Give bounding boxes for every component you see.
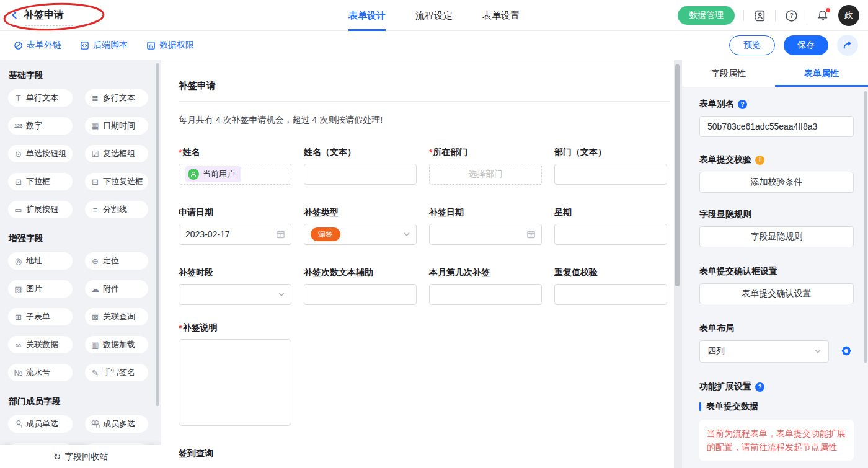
toolbar-link-1[interactable]: 后端脚本 [80,40,128,51]
panel-tab-0[interactable]: 字段属性 [682,60,775,87]
submit-confirm-button[interactable]: 表单提交确认设置 [699,283,854,304]
share-button[interactable] [837,35,858,56]
form-field-6[interactable]: 补签日期7 [429,207,542,245]
bell-icon[interactable] [816,9,830,22]
field-label: * 补签说明 [179,322,674,333]
save-button[interactable]: 保存 [784,35,828,55]
palette-item[interactable]: ▥数据加载 [85,336,148,353]
form-layout-select[interactable]: 四列 [699,340,829,363]
submit-data-warning: 当前为流程表单，表单提交功能扩展的配置，请前往流程发起节点属性 [699,420,854,461]
canvas-scrollbar[interactable] [675,64,680,286]
palette-item[interactable]: 123数字 [8,117,73,135]
palette-item[interactable]: ⊙单选按钮组 [8,145,73,162]
palette-item[interactable]: ▭扩展按钮 [8,201,73,218]
page-title: 补签申请 [24,9,64,22]
header-tab-1[interactable]: 流程设定 [415,0,453,31]
field-control[interactable]: 7 [429,224,542,245]
field-control[interactable] [429,284,542,305]
palette-item[interactable]: ≣多行文本 [85,89,148,107]
field-control[interactable] [554,164,667,185]
signature-icon: ✎ [91,369,100,377]
field-control[interactable] [554,224,667,245]
palette-item[interactable]: 成员单选 [8,415,73,433]
location-icon: ⊕ [91,257,100,265]
toolbar-link-2[interactable]: 数据权限 [146,40,194,51]
palette-item[interactable]: ▨图片 [8,280,73,298]
chevron-down-icon [278,291,285,298]
palette-item[interactable]: ⊠关联查询 [85,308,148,325]
avatar[interactable]: 政 [838,5,859,26]
visibility-rules-button[interactable]: 字段显隐规则 [699,226,854,247]
field-palette: 基础字段T单行文本≣多行文本123数字▦日期时间⊙单选按钮组☑复选框组⊡下拉框⊟… [0,60,161,461]
required-mark: * [179,148,182,157]
palette-item[interactable]: ✎手写签名 [85,364,148,381]
panel-tab-1[interactable]: 表单属性 [775,60,868,87]
form-field-2[interactable]: *所在部门选择部门 [429,147,542,185]
palette-item[interactable]: ◎地址 [8,252,73,270]
form-field-7[interactable]: 星期 [554,207,667,245]
layout-settings-button[interactable] [839,344,854,359]
form-field-11[interactable]: 重复值校验 [554,267,667,305]
help-icon[interactable]: ? [738,100,747,109]
help-icon[interactable]: ? [784,9,798,22]
query-section-title[interactable]: 签到查询 [179,448,674,459]
form-alias-input[interactable]: 50b783ce61adc55eaa4ff8a3 [699,116,854,137]
palette-section-title: 部门成员字段 [9,396,161,407]
palette-item[interactable]: ☑复选框组 [85,145,148,162]
palette-item[interactable]: ∞关联数据 [8,336,73,353]
field-control[interactable] [304,284,417,305]
palette-item[interactable]: 成员多选 [85,415,148,433]
form-field-1[interactable]: 姓名（文本） [304,147,417,185]
palette-item[interactable]: ▦日期时间 [85,117,148,135]
form-title[interactable]: 补签申请 [179,80,674,92]
palette-section-title: 基础字段 [9,70,161,81]
palette-item[interactable]: ⊞子表单 [8,308,73,325]
form-field-8[interactable]: 补签时段 [179,267,291,305]
preview-button[interactable]: 预览 [729,35,775,55]
required-mark: * [179,323,182,333]
extension-settings-label: 功能扩展设置 ? [699,381,854,392]
field-control[interactable]: 2023-02-177 [179,224,291,245]
form-field-0[interactable]: *姓名当前用户 [179,147,291,185]
attachment-icon: ☁ [91,285,100,293]
header-tab-2[interactable]: 表单设置 [482,0,520,31]
help-icon[interactable]: ? [755,382,764,392]
form-field-3[interactable]: 部门（文本） [554,147,667,185]
field-label: *所在部门 [429,147,542,158]
field-label: 部门（文本） [554,147,667,158]
data-manage-button[interactable]: 数据管理 [678,6,735,25]
field-recycle-bin[interactable]: ↻ 字段回收站 [0,445,161,468]
field-label: 本月第几次补签 [429,267,542,278]
palette-item[interactable]: ⊟下拉复选框 [85,173,148,190]
textarea-control[interactable] [179,339,291,426]
field-label: *姓名 [179,147,291,158]
field-control[interactable]: 选择部门 [429,164,542,185]
form-field-5[interactable]: 补签类型漏签 [304,207,417,245]
field-control[interactable] [554,284,667,305]
palette-item[interactable]: №流水号 [8,364,73,381]
field-control[interactable]: 当前用户 [179,164,291,185]
palette-item[interactable]: ⊡下拉框 [8,173,73,190]
sidebar-scrollbar[interactable] [156,63,159,406]
form-alias-label: 表单别名 ? [699,99,854,110]
palette-item[interactable]: ⊕定位 [85,252,148,270]
warning-icon[interactable]: ! [755,156,764,165]
form-field-9[interactable]: 补签次数文本辅助 [304,267,417,305]
form-field-textarea[interactable]: * 补签说明 [179,322,674,426]
header-tab-0[interactable]: 表单设计 [348,0,386,31]
field-control[interactable]: 漏签 [304,224,417,245]
window-scrollbar[interactable] [864,91,867,363]
back-button[interactable]: 补签申请 [10,9,64,22]
add-validation-button[interactable]: 添加校验条件 [699,172,854,193]
form-field-10[interactable]: 本月第几次补签 [429,267,542,305]
palette-item[interactable]: T单行文本 [8,89,73,107]
palette-item[interactable]: ☁附件 [85,280,148,298]
form-field-4[interactable]: 申请日期2023-02-177 [179,207,291,245]
palette-item[interactable]: ≡分割线 [85,201,148,218]
field-control[interactable] [179,284,291,305]
toolbar-link-0[interactable]: 表单外链 [14,40,61,51]
form-description[interactable]: 每月共有 4 次补签申请机会，超过 4 次则按请假处理! [179,115,670,126]
address-book-icon[interactable] [753,9,766,22]
multiselect-icon: ⊟ [91,178,100,186]
field-control[interactable] [304,164,417,185]
